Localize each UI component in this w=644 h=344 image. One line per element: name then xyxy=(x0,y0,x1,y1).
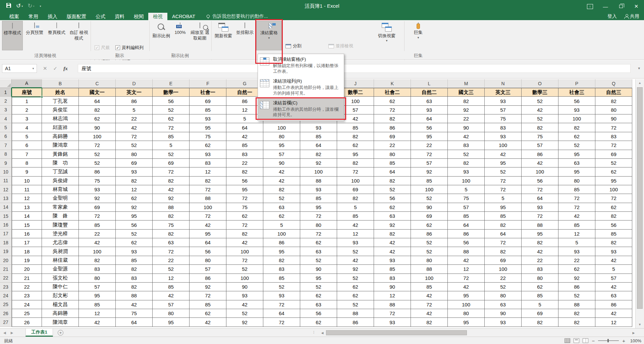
minimize-button[interactable]: — xyxy=(598,0,613,13)
cell-M15[interactable]: 85 xyxy=(448,212,485,220)
cell-C26[interactable]: 12 xyxy=(79,309,116,318)
cell-B6[interactable]: 高錦勝 xyxy=(42,132,79,141)
row-header-6[interactable]: 6 xyxy=(0,132,12,141)
row-header-15[interactable]: 15 xyxy=(0,212,12,220)
cell-P2[interactable]: 56 xyxy=(558,97,595,105)
cell-P13[interactable]: 72 xyxy=(558,194,595,203)
cell-M23[interactable]: 42 xyxy=(448,283,485,291)
cell-D5[interactable]: 42 xyxy=(116,123,153,132)
tab-檔案[interactable]: 檔案 xyxy=(5,13,24,20)
cell-N12[interactable]: 72 xyxy=(485,185,522,194)
cell-L4[interactable]: 64 xyxy=(411,114,448,123)
cell-D7[interactable]: 52 xyxy=(116,141,153,150)
checkbox-尺規[interactable]: ✓尺規 xyxy=(95,45,115,51)
cell-H14[interactable]: 63 xyxy=(263,203,300,212)
cell-G27[interactable]: 92 xyxy=(226,318,263,327)
cell-A12[interactable]: 11 xyxy=(12,185,42,194)
vertical-scrollbar[interactable]: ▲ ▼ xyxy=(635,79,644,328)
row-header-17[interactable]: 17 xyxy=(0,230,12,238)
cell-F26[interactable]: 62 xyxy=(190,309,226,318)
cell-A15[interactable]: 14 xyxy=(12,212,42,220)
cell-O6[interactable]: 75 xyxy=(522,132,558,141)
cell-B13[interactable]: 金聖明 xyxy=(42,194,79,203)
cell-I23[interactable]: 52 xyxy=(300,283,337,291)
cell-D26[interactable]: 75 xyxy=(116,309,153,318)
cell-H23[interactable]: 52 xyxy=(263,283,300,291)
cell-M4[interactable]: 22 xyxy=(448,114,485,123)
cell-N7[interactable]: 100 xyxy=(485,141,522,150)
cell-Q5[interactable]: 72 xyxy=(595,123,632,132)
cell-E16[interactable]: 75 xyxy=(153,220,190,229)
cell-I13[interactable]: 85 xyxy=(300,194,337,203)
cell-B10[interactable]: 丁至誠 xyxy=(42,167,79,176)
tab-檢視[interactable]: 檢視 xyxy=(148,13,167,20)
cell-B4[interactable]: 林志鴻 xyxy=(42,114,79,123)
cell-H8[interactable]: 57 xyxy=(263,150,300,159)
cell-L16[interactable]: 62 xyxy=(411,220,448,229)
cell-E24[interactable]: 42 xyxy=(153,291,190,300)
cell-I25[interactable]: 63 xyxy=(300,300,337,309)
cell-H25[interactable]: 72 xyxy=(263,300,300,309)
cell-A26[interactable]: 25 xyxy=(12,309,42,318)
column-header-L[interactable]: L xyxy=(411,79,448,88)
cell-G11[interactable]: 56 xyxy=(226,177,263,185)
cell-Q14[interactable]: 62 xyxy=(595,203,632,212)
cell-E17[interactable]: 82 xyxy=(153,230,190,238)
cell-P15[interactable]: 42 xyxy=(558,212,595,220)
cell-D1[interactable]: 英文一 xyxy=(116,88,153,97)
cell-D6[interactable]: 72 xyxy=(116,132,153,141)
row-header-12[interactable]: 12 xyxy=(0,185,12,194)
cell-Q1[interactable]: 自然三 xyxy=(595,88,632,97)
cell-K12[interactable]: 52 xyxy=(374,185,411,194)
cell-D17[interactable]: 52 xyxy=(116,230,153,238)
cell-B3[interactable]: 吳俊笙 xyxy=(42,106,79,114)
cell-F27[interactable]: 42 xyxy=(190,318,226,327)
cell-B15[interactable]: 陳 鋒 xyxy=(42,212,79,220)
cell-K14[interactable]: 62 xyxy=(374,203,411,212)
cell-E26[interactable]: 80 xyxy=(153,309,190,318)
cell-A4[interactable]: 3 xyxy=(12,114,42,123)
cell-Q19[interactable]: 93 xyxy=(595,247,632,256)
cell-P8[interactable]: 95 xyxy=(558,150,595,159)
cell-L7[interactable]: 22 xyxy=(411,141,448,150)
cell-N15[interactable]: 85 xyxy=(485,212,522,220)
checkbox-資料編輯列[interactable]: ✓資料編輯列 xyxy=(115,45,148,51)
cell-G20[interactable]: 72 xyxy=(226,256,263,265)
cell-K19[interactable]: 42 xyxy=(374,247,411,256)
cell-I7[interactable]: 64 xyxy=(300,141,337,150)
cell-Q11[interactable]: 95 xyxy=(595,177,632,185)
column-header-O[interactable]: O xyxy=(522,79,558,88)
cell-C2[interactable]: 64 xyxy=(79,97,116,105)
tab-公式[interactable]: 公式 xyxy=(91,13,110,20)
cell-J13[interactable]: 82 xyxy=(337,194,374,203)
cell-H7[interactable]: 95 xyxy=(263,141,300,150)
cell-H19[interactable]: 95 xyxy=(263,247,300,256)
cell-H16[interactable]: 5 xyxy=(263,220,300,229)
arrange-all-button[interactable]: 並排顯示 xyxy=(235,21,255,50)
cell-C21[interactable]: 83 xyxy=(79,265,116,274)
vertical-scrollbar-thumb[interactable] xyxy=(637,87,643,309)
menu-item-1[interactable]: 取消凍結窗格(F)解除鎖定所有列和欄，以捲動整張工作表。 xyxy=(258,55,344,77)
cell-K25[interactable]: 88 xyxy=(374,300,411,309)
cell-P10[interactable]: 95 xyxy=(558,167,595,176)
cell-C24[interactable]: 95 xyxy=(79,291,116,300)
cell-F7[interactable]: 62 xyxy=(190,141,226,150)
cell-P23[interactable]: 86 xyxy=(558,283,595,291)
row-header-16[interactable]: 16 xyxy=(0,220,12,229)
cell-C18[interactable]: 42 xyxy=(79,238,116,247)
zoom-to-selection-button[interactable]: 縮放至 選取範圍 xyxy=(189,21,211,50)
scroll-right-icon[interactable]: ▶ xyxy=(631,331,637,335)
cell-K20[interactable]: 93 xyxy=(374,256,411,265)
cell-H6[interactable]: 80 xyxy=(263,132,300,141)
cell-K22[interactable]: 83 xyxy=(374,274,411,283)
cell-E8[interactable]: 52 xyxy=(153,150,190,159)
switch-windows-button[interactable]: 切換視窗 ▼ xyxy=(375,21,398,50)
cell-C4[interactable]: 62 xyxy=(79,114,116,123)
cell-J11[interactable]: 100 xyxy=(337,177,374,185)
cell-K26[interactable]: 72 xyxy=(374,309,411,318)
cancel-icon[interactable]: ✕ xyxy=(43,65,47,71)
cell-B12[interactable]: 林育城 xyxy=(42,185,79,194)
normal-view-button[interactable]: 標準模式 xyxy=(2,21,23,50)
cell-O23[interactable]: 62 xyxy=(522,283,558,291)
cell-J25[interactable]: 52 xyxy=(337,300,374,309)
